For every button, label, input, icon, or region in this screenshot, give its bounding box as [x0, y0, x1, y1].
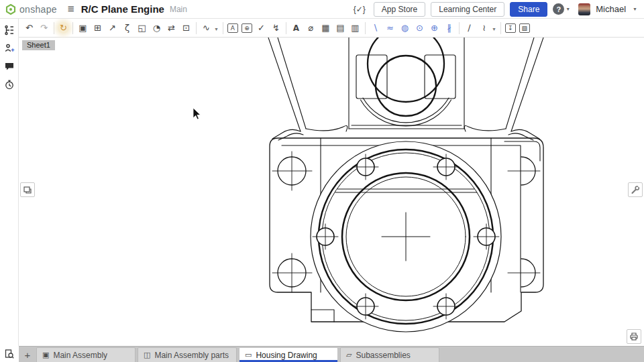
weld-symbol-icon[interactable]: ↯ — [270, 21, 282, 34]
svg-text:+: + — [11, 47, 14, 54]
share-button[interactable]: Share — [510, 2, 547, 17]
redo-icon[interactable]: ↷ — [38, 21, 50, 34]
tab-label: Main Assembly — [53, 351, 107, 360]
sketch-spline-icon[interactable]: ≀ — [478, 21, 490, 34]
centerline-pattern-icon[interactable]: ≈ — [384, 21, 396, 34]
add-tab-button[interactable]: + — [19, 347, 36, 362]
comments-icon[interactable] — [4, 61, 15, 72]
center-mark-point-icon[interactable]: ⊙ — [413, 21, 426, 34]
history-icon[interactable] — [4, 79, 15, 90]
projected-view-icon[interactable]: ↗ — [106, 21, 119, 34]
sketch-spline-dropdown-caret[interactable]: ▼ — [492, 27, 496, 32]
surface-finish-icon[interactable]: ✓ — [255, 21, 268, 34]
insert-view-icon[interactable]: ▣ — [76, 21, 89, 34]
toolbar-separator — [500, 22, 501, 34]
toolbar-separator — [72, 22, 73, 34]
feature-studio-icon[interactable]: {✓} — [354, 5, 366, 14]
tab-main-assembly[interactable]: ▣Main Assembly — [36, 347, 136, 362]
document-tab-bar: + ▣Main Assembly◫Main Assembly parts▭Hou… — [0, 346, 644, 362]
tab-subassemblies[interactable]: ▱Subassemblies — [340, 347, 439, 362]
brand-text: onshape — [19, 4, 57, 15]
insert-image-icon[interactable]: ▧ — [519, 23, 530, 33]
geometric-tolerance-icon[interactable]: ⊕ — [241, 23, 252, 33]
sketch-line-icon[interactable]: ∕ — [463, 21, 476, 34]
drawing-icon: ▭ — [245, 351, 252, 359]
drawing-toolbar: ↶↷↻▣⊞↗ζ◱◔⇄⊡∿▼A⊕✓↯A⌀▦▤▥∖≈◍⊙⊕∦∕≀▼↧▧ — [19, 19, 644, 38]
user-name[interactable]: Michael — [596, 4, 626, 14]
tab-housing-drawing[interactable]: ▭Housing Drawing — [239, 347, 338, 362]
update-revision-icon[interactable]: ↻ — [58, 22, 69, 34]
center-mark-circle-icon[interactable]: ⊕ — [428, 21, 441, 34]
housing-drawing-view[interactable] — [19, 38, 644, 346]
toolbar-group-0: ↶↷ — [23, 21, 50, 34]
housing-front-view-geometry — [268, 38, 543, 332]
properties-panel-toggle — [628, 182, 643, 197]
user-menu-caret-icon[interactable]: ▼ — [633, 7, 637, 11]
help-caret-icon: ▼ — [566, 7, 570, 11]
hatch-icon[interactable]: ∦ — [443, 21, 455, 34]
sheet-layout-icon[interactable]: ⊞ — [91, 21, 104, 34]
toolbar-group-5: A⌀▦▤▥ — [290, 21, 362, 34]
folder-icon: ▱ — [346, 351, 352, 359]
wrench-icon[interactable] — [631, 185, 640, 194]
sheet-tab-label[interactable]: Sheet1 — [22, 40, 55, 50]
onshape-app-window: onshape ≡ R/C Plane Engine Main {✓} App … — [0, 0, 644, 362]
toolbar-separator — [223, 22, 223, 34]
tab-label: Subassemblies — [356, 351, 410, 360]
toolbar-group-8: ↧▧ — [504, 23, 531, 33]
versions-icon[interactable] — [4, 25, 15, 36]
tab-label: Main Assembly parts — [154, 351, 229, 360]
detail-view-icon[interactable]: ◔ — [150, 21, 163, 34]
export-dxf-icon[interactable]: ↧ — [505, 23, 516, 33]
center-mark-freeform-icon[interactable]: ◍ — [398, 21, 411, 34]
user-avatar[interactable] — [578, 3, 590, 15]
sheets-panel-toggle[interactable] — [20, 182, 35, 197]
toolbar-group-3: ∿▼ — [200, 21, 219, 34]
help-icon[interactable]: ? — [553, 3, 564, 15]
toolbar-group-2: ▣⊞↗ζ◱◔⇄⊡ — [76, 21, 193, 34]
left-rail: + — [0, 19, 19, 346]
break-view-icon[interactable]: ⇄ — [165, 21, 178, 34]
tab-label: Housing Drawing — [256, 351, 317, 360]
toolbar-separator — [365, 22, 366, 34]
table-icon[interactable]: ▦ — [319, 21, 332, 34]
onshape-logo[interactable]: onshape — [5, 4, 57, 15]
header-bar: onshape ≡ R/C Plane Engine Main {✓} App … — [0, 0, 644, 19]
help-menu[interactable]: ? ▼ — [553, 3, 570, 15]
centerline-icon[interactable]: ∖ — [369, 21, 382, 34]
toolbar-group-4: A⊕✓↯ — [227, 21, 282, 34]
toolbar-group-7: ∕≀▼ — [463, 21, 497, 34]
hole-table-icon[interactable]: ▥ — [349, 21, 362, 34]
workspace-label[interactable]: Main — [170, 5, 187, 14]
learning-center-button[interactable]: Learning Center — [431, 2, 504, 17]
mouse-cursor — [193, 108, 201, 119]
toolbar-separator — [459, 22, 460, 34]
toolbar-separator — [286, 22, 286, 34]
section-view-icon[interactable]: ◱ — [136, 21, 148, 34]
follow-mode-icon[interactable]: + — [4, 43, 15, 54]
bom-table-icon[interactable]: ▤ — [334, 21, 347, 34]
hamburger-menu-icon[interactable]: ≡ — [68, 3, 74, 16]
toolbar-separator — [54, 22, 54, 34]
toolbar-separator — [196, 22, 197, 34]
onshape-logo-icon — [5, 4, 16, 15]
toolbar-group-6: ∖≈◍⊙⊕∦ — [369, 21, 455, 34]
tab-search-button[interactable] — [0, 346, 19, 362]
sheet-preview-button[interactable] — [627, 329, 641, 344]
document-title: R/C Plane Engine — [81, 3, 164, 15]
app-store-button[interactable]: App Store — [374, 2, 425, 17]
crop-view-icon[interactable]: ⊡ — [180, 21, 193, 34]
text-icon[interactable]: A — [290, 21, 303, 34]
tab-main-assembly-parts[interactable]: ◫Main Assembly parts — [138, 347, 237, 362]
inspect-icon[interactable]: ⌀ — [305, 21, 317, 34]
dimension-dropdown-caret[interactable]: ▼ — [214, 27, 219, 32]
assembly-icon: ▣ — [42, 351, 49, 359]
section-line-icon[interactable]: ζ — [121, 21, 133, 34]
part-studio-icon: ◫ — [144, 351, 150, 359]
tab-search-icon — [4, 349, 15, 359]
drawing-canvas[interactable]: Sheet1 — [19, 38, 644, 346]
note-icon[interactable]: A — [227, 23, 238, 33]
undo-icon[interactable]: ↶ — [23, 21, 36, 34]
dimension-icon[interactable]: ∿ — [200, 21, 213, 34]
toolbar-group-1: ↻ — [58, 22, 69, 34]
